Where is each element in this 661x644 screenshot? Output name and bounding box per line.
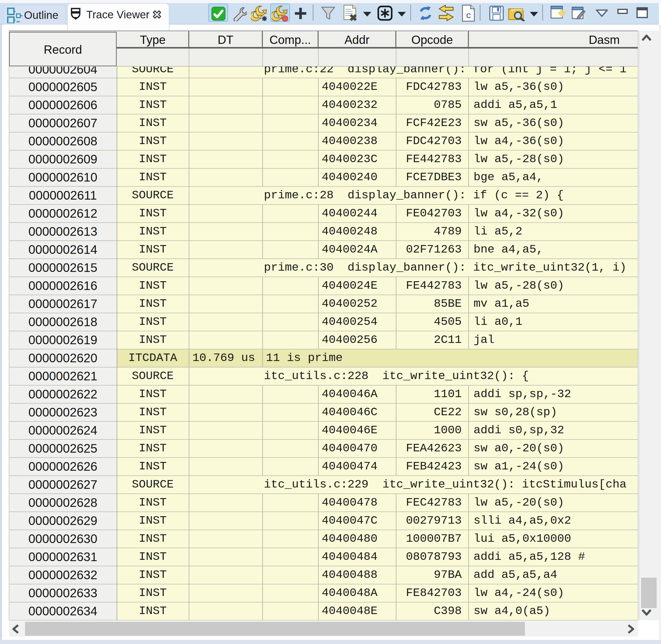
svg-text:c: c	[466, 11, 471, 21]
